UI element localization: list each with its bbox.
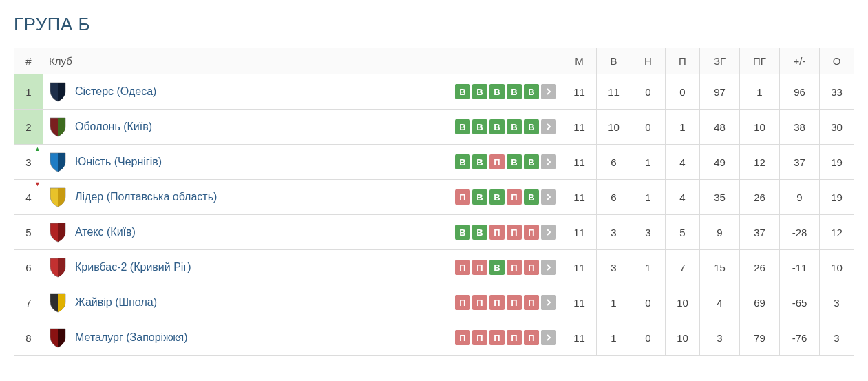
form-result[interactable]: В (455, 119, 470, 134)
form-result[interactable]: П (489, 330, 505, 345)
rank-down-icon: ▼ (34, 181, 41, 187)
form-result[interactable]: П (507, 330, 522, 345)
form-more-button[interactable] (541, 119, 556, 134)
stat-gf: 15 (700, 250, 740, 285)
stat-m: 11 (562, 74, 597, 110)
form-result[interactable]: П (472, 330, 487, 345)
rank-value: 8 (25, 332, 31, 344)
form-result[interactable]: П (455, 295, 470, 310)
form-more-button[interactable] (541, 330, 556, 345)
club-cell: Атекс (Київ)ВВППП (43, 215, 562, 250)
club-link[interactable]: Оболонь (Київ) (75, 121, 152, 133)
form-more-button[interactable] (541, 189, 556, 205)
form-more-button[interactable] (541, 295, 556, 310)
club-cell: Жайвір (Шпола)ППППП (43, 285, 562, 320)
form-result[interactable]: П (507, 189, 522, 205)
stat-pts: 30 (820, 110, 854, 145)
form-more-button[interactable] (541, 225, 556, 240)
club-link[interactable]: Юність (Чернігів) (75, 156, 162, 168)
form-result[interactable]: П (489, 154, 505, 169)
rank-value: 6 (25, 262, 31, 274)
form-more-button[interactable] (541, 84, 556, 99)
form-result[interactable]: В (489, 189, 505, 205)
club-link[interactable]: Жайвір (Шпола) (75, 296, 157, 309)
stat-l: 5 (666, 215, 700, 250)
form-more-button[interactable] (541, 260, 556, 275)
form-result[interactable]: В (455, 154, 470, 169)
stat-m: 11 (562, 145, 597, 180)
stat-m: 11 (562, 215, 597, 250)
club-link[interactable]: Металург (Запоріжжя) (75, 331, 188, 344)
form-result[interactable]: П (507, 225, 522, 240)
rank-value: 7 (25, 297, 31, 309)
form-result[interactable]: В (507, 119, 522, 134)
club-link[interactable]: Атекс (Київ) (75, 226, 136, 238)
stat-m: 11 (562, 180, 597, 215)
form-result[interactable]: П (524, 260, 539, 275)
stat-m: 11 (562, 250, 597, 285)
stat-ga: 12 (740, 145, 780, 180)
col-gd: +/- (780, 48, 820, 74)
form-result[interactable]: П (455, 330, 470, 345)
stat-w: 3 (597, 250, 631, 285)
form-result[interactable]: В (472, 189, 487, 205)
form-result[interactable]: В (524, 119, 539, 134)
col-gf: ЗГ (700, 48, 740, 74)
chevron-right-icon (545, 123, 552, 130)
form-result[interactable]: П (489, 295, 505, 310)
table-row: 1 Сістерс (Одеса)ВВВВВ 1111009719633 (14, 74, 854, 110)
form-result[interactable]: П (524, 295, 539, 310)
form-result[interactable]: В (472, 225, 487, 240)
form-more-button[interactable] (541, 154, 556, 169)
club-link[interactable]: Лідер (Полтавська область) (75, 191, 217, 203)
stat-d: 1 (631, 250, 666, 285)
club-crest (49, 187, 67, 207)
club-link[interactable]: Сістерс (Одеса) (75, 85, 156, 98)
stat-gd: 9 (780, 180, 820, 215)
form-result[interactable]: В (507, 84, 522, 99)
form-result[interactable]: В (524, 154, 539, 169)
stat-gd: 96 (780, 74, 820, 110)
standings-table: # Клуб М В Н П ЗГ ПГ +/- О 1 Сістерс (Од… (14, 48, 854, 356)
club-cell: Кривбас-2 (Кривий Ріг)ППВПП (43, 250, 562, 285)
form-result[interactable]: В (472, 154, 487, 169)
stat-gd: -28 (780, 215, 820, 250)
table-row: 7 Жайвір (Шпола)ППППП 111010469-653 (14, 285, 854, 320)
form-result[interactable]: П (472, 295, 487, 310)
form-result[interactable]: П (455, 260, 470, 275)
club-link[interactable]: Кривбас-2 (Кривий Ріг) (75, 261, 191, 274)
form-result[interactable]: В (472, 84, 487, 99)
form-result[interactable]: П (489, 225, 505, 240)
club-cell: Лідер (Полтавська область)ПВВПВ (43, 180, 562, 215)
col-club: Клуб (43, 48, 562, 74)
form-result[interactable]: В (524, 189, 539, 205)
form-result[interactable]: В (472, 119, 487, 134)
form-result[interactable]: П (507, 260, 522, 275)
stat-gd: 38 (780, 110, 820, 145)
stat-ga: 37 (740, 215, 780, 250)
stat-w: 6 (597, 145, 631, 180)
stat-w: 1 (597, 285, 631, 320)
rank-value: 2 (25, 121, 31, 133)
form-result[interactable]: В (507, 154, 522, 169)
form-result[interactable]: В (489, 119, 505, 134)
form-result[interactable]: П (472, 260, 487, 275)
form-result[interactable]: П (507, 295, 522, 310)
club-crest-icon (49, 292, 67, 313)
col-pts: О (820, 48, 854, 74)
form-result[interactable]: В (524, 84, 539, 99)
form-result[interactable]: В (455, 84, 470, 99)
stat-ga: 69 (740, 285, 780, 320)
table-row: 2 Оболонь (Київ)ВВВВВ 11100148103830 (14, 110, 854, 145)
rank-cell: 3▲ (14, 145, 43, 180)
form-result[interactable]: П (524, 330, 539, 345)
form-result[interactable]: П (524, 225, 539, 240)
club-crest-icon (49, 116, 67, 137)
form-result[interactable]: В (489, 260, 505, 275)
form-result[interactable]: В (489, 84, 505, 99)
form-result[interactable]: П (455, 189, 470, 205)
form-result[interactable]: В (455, 225, 470, 240)
stat-gd: 37 (780, 145, 820, 180)
form-strip: ВВВВВ (455, 84, 556, 99)
club-crest (49, 152, 67, 172)
